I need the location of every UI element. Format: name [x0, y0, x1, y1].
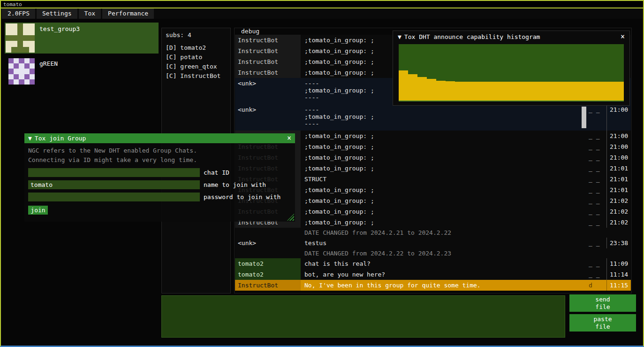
message-sender: InstructBot [235, 46, 301, 56]
histogram-bar [521, 82, 530, 100]
avatar-pixel [17, 23, 23, 29]
avatar-pixel [19, 79, 24, 85]
avatar-pixel [19, 63, 24, 69]
histogram-bar [577, 82, 586, 100]
group-item-gREEN[interactable]: gREEN [5, 57, 159, 85]
chat-row[interactable]: tomato2bot, are you new here?_ _11:14 [235, 269, 631, 280]
chat-row[interactable]: InstructBotNo, I've been in this group f… [235, 280, 631, 291]
message-time: 21:02 [606, 217, 631, 228]
join-info-line2: Connecting via ID might take a very long… [28, 155, 291, 165]
message-flags: _ _ [589, 258, 606, 269]
avatar-pixel [14, 58, 19, 63]
avatar-pixel [23, 41, 29, 46]
subs-header: subs: 4 [162, 28, 230, 43]
member-item[interactable]: [D] tomato2 [162, 43, 230, 53]
histogram-bar [586, 82, 596, 100]
chat-id-input[interactable] [28, 168, 200, 177]
menu-settings[interactable]: Settings [37, 8, 77, 19]
message-time: 11:14 [606, 269, 631, 280]
message-flags: _ _ [589, 131, 606, 141]
message-flags: _ _ [589, 195, 606, 206]
histogram-bar [549, 82, 558, 100]
message-time: 21:02 [606, 195, 631, 206]
histogram-bar [614, 82, 624, 100]
chat-row[interactable]: <unk>testus_ _23:38 [235, 238, 631, 248]
message-flags: _ _ [589, 217, 606, 228]
avatar-pixel [14, 69, 19, 74]
chat-id-label: chat ID [204, 169, 229, 176]
join-password-input[interactable] [28, 193, 200, 201]
histogram-bar [399, 70, 408, 100]
histogram-titlebar[interactable]: ▼ Tox DHT announce capability histogram … [393, 31, 629, 42]
avatar-pixel [8, 79, 14, 85]
menu-performance[interactable]: Performance [102, 8, 154, 19]
collapse-arrow-icon[interactable]: ▼ [398, 33, 402, 40]
paste-file-label-line1: paste [593, 316, 612, 323]
message-text: testus [301, 238, 589, 248]
close-icon[interactable]: × [621, 33, 625, 40]
histogram-bar [455, 82, 464, 100]
message-sender: InstructBot [235, 56, 301, 67]
avatar-pixel [19, 69, 24, 74]
histogram-bar [483, 82, 492, 100]
member-item[interactable]: [C] InstructBot [162, 71, 230, 81]
resize-grip-icon[interactable] [287, 214, 294, 221]
avatar-pixel [24, 63, 30, 69]
join-info-line1: NGC refers to the New DHT enabled Group … [28, 146, 291, 155]
collapse-arrow-icon[interactable]: ▼ [28, 135, 32, 142]
menu-tox[interactable]: Tox [79, 8, 101, 19]
message-text: STRUCT [301, 174, 589, 185]
avatar-pixel [6, 35, 11, 41]
message-text: ;tomato_in_group: ; [301, 217, 589, 228]
message-text: No, I've been in this group for quite so… [301, 280, 589, 291]
group-item-test_group3[interactable]: test_group3 [5, 23, 159, 54]
message-text: bot, are you new here? [301, 269, 589, 280]
message-flags: _ _ [589, 206, 606, 217]
avatar-pixel [30, 58, 35, 63]
avatar-pixel [29, 23, 35, 29]
message-time: 21:01 [606, 174, 631, 185]
window-titlebar[interactable]: tomato [1, 1, 643, 8]
fps-counter: 2.0FPS [2, 8, 35, 19]
message-text: ;tomato_in_group: ; [301, 152, 589, 163]
histogram-bar [436, 81, 446, 100]
avatar-pixel [11, 47, 17, 53]
message-time: 21:01 [606, 185, 631, 195]
close-icon[interactable]: × [287, 135, 291, 142]
avatar-pixel [19, 58, 24, 63]
histogram-title: Tox DHT announce capability histogram [404, 33, 621, 40]
chat-scrollbar-thumb[interactable] [582, 107, 586, 128]
group-avatar [8, 58, 35, 85]
send-file-label-line1: send [595, 296, 610, 303]
avatar-pixel [6, 41, 11, 46]
join-button[interactable]: join [28, 206, 48, 215]
avatar-pixel [14, 79, 19, 85]
message-sender: InstructBot [235, 67, 301, 78]
avatar-pixel [29, 47, 35, 53]
menu-bar: 2.0FPS Settings Tox Performance [1, 8, 643, 19]
histogram-bar [427, 79, 436, 100]
chat-row[interactable]: tomato2chat is this real?_ _11:09 [235, 258, 631, 269]
send-file-button[interactable]: send file [569, 294, 636, 312]
paste-file-button[interactable]: paste file [569, 314, 636, 332]
avatar-pixel [24, 79, 30, 85]
message-flags: d [589, 280, 606, 291]
chat-row[interactable]: <unk>----;tomato_in_group: ;----_ _21:00 [235, 104, 631, 131]
message-input[interactable] [161, 295, 565, 338]
histogram-plot [399, 44, 624, 101]
member-item[interactable]: [C] green_qtox [162, 62, 230, 71]
dht-histogram-window: ▼ Tox DHT announce capability histogram … [393, 31, 630, 106]
histogram-bar [605, 82, 614, 100]
histogram-bar [539, 82, 549, 100]
histogram-bar [530, 82, 539, 100]
message-time: 23:38 [606, 238, 631, 248]
member-item[interactable]: [C] potato [162, 53, 230, 62]
join-name-label: name to join with [204, 181, 266, 188]
message-time: 21:00 [606, 152, 631, 163]
join-dialog-titlebar[interactable]: ▼ Tox join Group × [24, 133, 295, 143]
message-sender: <unk> [235, 104, 301, 131]
message-flags: _ _ [589, 174, 606, 185]
join-name-input[interactable] [28, 180, 200, 189]
histogram-bar [511, 82, 521, 100]
message-sender: tomato2 [235, 258, 301, 269]
